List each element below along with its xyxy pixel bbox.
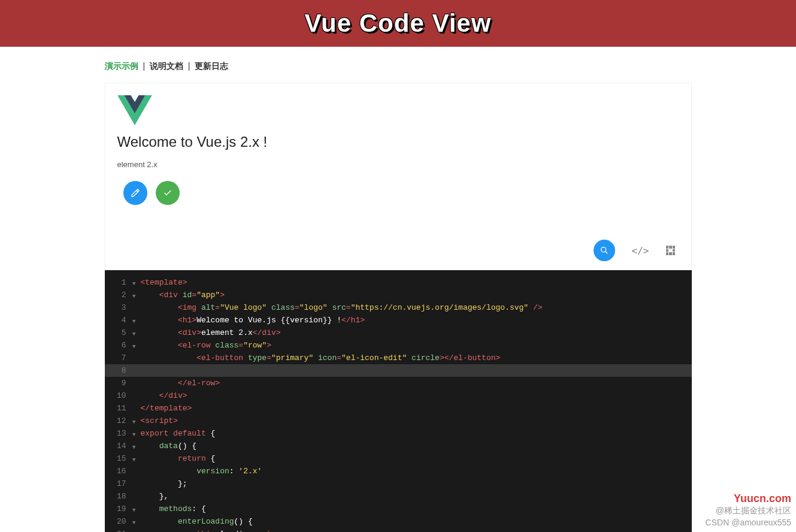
nav-separator: | [143,61,145,71]
code-line[interactable]: enterLoading() { [141,515,692,528]
line-gutter: 1▼2▼34▼5▼6▼789101112▼13▼14▼15▼16171819▼2… [105,276,130,532]
code-line[interactable]: <div id="app"> [141,289,692,301]
line-number: 21 [105,528,130,532]
fold-icon[interactable]: ▼ [132,517,135,530]
button-row [117,181,679,205]
line-number: 4▼ [105,314,130,327]
code-editor[interactable]: 1▼2▼34▼5▼6▼789101112▼13▼14▼15▼16171819▼2… [105,270,692,532]
code-line[interactable]: }, [141,490,692,503]
nav-separator: | [188,61,190,71]
line-number: 8 [105,364,130,377]
svg-point-0 [601,247,606,252]
line-number: 16 [105,465,130,477]
line-number: 6▼ [105,339,130,352]
code-line[interactable]: <div>element 2.x</div> [141,327,692,339]
watermark: Yuucn.com @稀土掘金技术社区 CSDN @amoureux555 [706,492,791,528]
fold-icon[interactable]: ▼ [132,416,135,429]
code-line[interactable]: export default { [141,427,692,440]
edit-button[interactable] [123,181,147,205]
code-line[interactable]: <template> [141,276,692,289]
fold-icon[interactable]: ▼ [132,429,135,442]
fold-icon[interactable]: ▼ [132,341,135,353]
fold-icon[interactable]: ▼ [132,278,135,291]
preview-card: Welcome to Vue.js 2.x ! element 2.x </> [105,83,692,270]
fold-icon[interactable]: ▼ [132,442,135,454]
code-line[interactable]: this.loading = true; [141,528,692,532]
code-line[interactable]: <script> [141,415,692,427]
code-area[interactable]: <template> <div id="app"> <img alt="Vue … [105,270,692,532]
toggle-code-button[interactable]: </> [632,245,649,256]
code-line[interactable]: <el-button type="primary" icon="el-icon-… [141,352,692,364]
line-number: 11 [105,402,130,415]
content-wrapper: 演示示例 | 说明文档 | 更新日志 Welcome to Vue.js 2.x… [105,47,692,532]
line-number: 2▼ [105,289,130,301]
line-number: 19▼ [105,503,130,515]
svg-line-1 [606,252,607,253]
nav-link-demo[interactable]: 演示示例 [105,61,138,71]
code-line[interactable]: data() { [141,440,692,452]
fold-icon[interactable]: ▼ [132,454,135,467]
banner: Vue Code View [0,0,796,47]
code-line[interactable]: <el-row class="row"> [141,339,692,352]
line-number: 13▼ [105,427,130,440]
watermark-line2: CSDN @amoureux555 [706,516,791,528]
code-line[interactable]: </el-row> [141,377,692,389]
line-number: 18 [105,490,130,503]
check-button[interactable] [156,181,180,205]
line-number: 9 [105,377,130,389]
code-line[interactable]: <h1>Welcome to Vue.js {{version}} !</h1> [141,314,692,327]
watermark-brand: Yuucn.com [706,492,791,504]
check-icon [163,188,172,198]
line-number: 10 [105,389,130,402]
line-number: 14▼ [105,440,130,452]
line-number: 12▼ [105,415,130,427]
code-line[interactable]: return { [141,452,692,465]
code-line[interactable]: </template> [141,402,692,415]
qrcode-button[interactable] [666,246,676,255]
fold-icon[interactable]: ▼ [132,328,135,341]
line-number: 15▼ [105,452,130,465]
editor-toolbar: </> [117,235,679,270]
search-button[interactable] [594,240,615,261]
vue-logo-icon [117,95,152,125]
preview-subtext: element 2.x [117,160,679,169]
fold-icon[interactable]: ▼ [132,316,135,328]
nav-link-docs[interactable]: 说明文档 [150,61,183,71]
nav-tabs: 演示示例 | 说明文档 | 更新日志 [105,47,692,83]
watermark-line1: @稀土掘金技术社区 [706,504,791,516]
fold-icon[interactable]: ▼ [132,291,135,303]
edit-icon [131,188,140,198]
code-line[interactable]: methods: { [141,503,692,515]
line-number: 1▼ [105,276,130,289]
code-line[interactable]: }; [141,477,692,490]
code-line[interactable]: <img alt="Vue logo" class="logo" src="ht… [141,301,692,314]
line-number: 17 [105,477,130,490]
line-number: 20▼ [105,515,130,528]
line-number: 5▼ [105,327,130,339]
code-line[interactable]: </div> [141,389,692,402]
fold-icon[interactable]: ▼ [132,504,135,517]
search-icon [600,246,609,255]
nav-link-changelog[interactable]: 更新日志 [195,61,228,71]
current-line-highlight [105,364,692,377]
line-number: 3 [105,301,130,314]
line-number: 7 [105,352,130,364]
code-line[interactable]: version: '2.x' [141,465,692,477]
code-icon: </> [632,245,649,256]
page-title: Vue Code View [305,9,492,38]
preview-heading: Welcome to Vue.js 2.x ! [117,134,679,150]
